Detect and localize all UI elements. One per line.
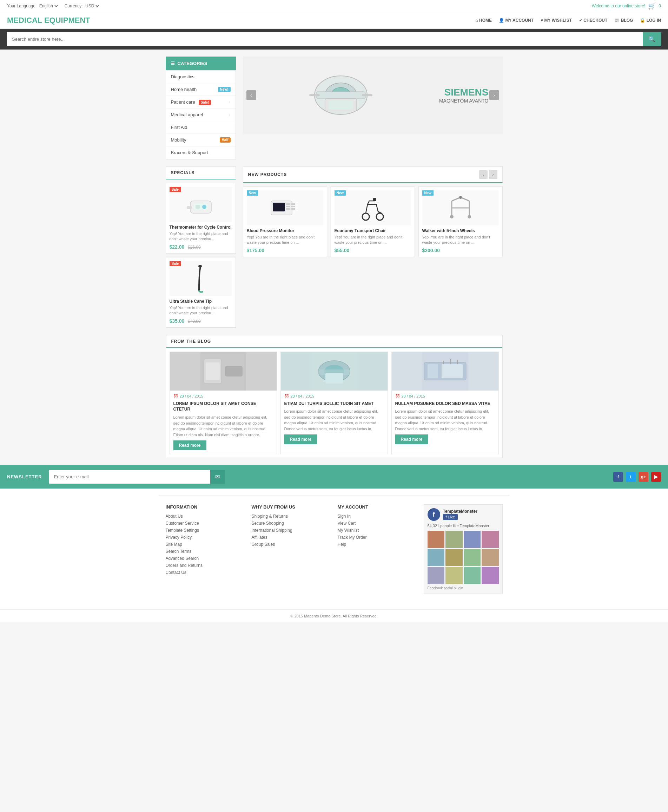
blog-post-2-excerpt: Lorem ipsum dolor sit amet conse ctetur …	[284, 409, 384, 432]
svg-rect-35	[206, 362, 220, 380]
twitter-icon[interactable]: t	[626, 472, 636, 482]
footer-information-title: INFORMATION	[166, 504, 245, 510]
footer-link-shipping[interactable]: Shipping & Returns	[252, 514, 331, 519]
svg-rect-45	[442, 364, 463, 378]
sidebar-item-medicalapparel[interactable]: Medical apparel ›	[166, 109, 235, 121]
bp-monitor-illustration	[269, 196, 301, 220]
blog-post-1-read-more[interactable]: Read more	[174, 440, 206, 450]
fb-page-name[interactable]: TemplateMonster	[443, 509, 478, 514]
search-input[interactable]	[7, 32, 643, 46]
fb-photo-11	[464, 567, 481, 584]
nav-login[interactable]: 🔒 LOG IN	[640, 18, 661, 23]
newsletter-submit-button[interactable]: ✉	[210, 470, 225, 484]
new-product-1: New Blood Pressure Monitor Yep! You are …	[243, 186, 327, 257]
sidebar-item-mobility[interactable]: Mobility Half	[166, 134, 235, 146]
currency-dropdown[interactable]: USD	[84, 3, 100, 9]
blog-post-3-read-more[interactable]: Read more	[395, 434, 428, 444]
footer-link-customer-service[interactable]: Customer Service	[166, 521, 245, 526]
footer-why-buy-title: WHY BUY FROM US	[252, 504, 331, 510]
newsletter-email-input[interactable]	[49, 470, 210, 484]
footer-my-account-title: MY ACCOUNT	[338, 504, 417, 510]
specials-section: SPECIALS Sale Thermometer for Cycle Cont…	[166, 166, 236, 328]
special-product-2-name: Ultra Stable Cane Tip	[170, 299, 232, 304]
sidebar-item-bracers[interactable]: Bracers & Support	[166, 146, 235, 159]
svg-line-28	[452, 198, 461, 201]
fb-widget-info: TemplateMonster f Like	[443, 509, 478, 520]
search-bar: 🔍	[0, 29, 668, 50]
slider-next-button[interactable]: ›	[489, 90, 499, 100]
special-product-2-image[interactable]: Sale	[170, 261, 232, 296]
footer-link-track-order[interactable]: Track My Order	[338, 535, 417, 540]
fb-photo-2	[446, 531, 463, 548]
new-products-grid: New Blood Pressure Monitor Yep! You are …	[243, 186, 503, 257]
newsletter-bar: NEWSLETTER ✉ f t g+ ▶	[0, 465, 668, 489]
mri-machine-illustration	[306, 69, 376, 122]
fb-photo-9	[428, 567, 445, 584]
footer-link-privacy[interactable]: Privacy Policy	[166, 535, 245, 540]
nav-blog[interactable]: 📰 BLOG	[614, 18, 633, 23]
sidebar-item-homehealth[interactable]: Home health New!	[166, 83, 235, 96]
nav-checkout[interactable]: ✓ CHECKOUT	[579, 18, 607, 23]
slider-prev-button[interactable]: ‹	[246, 90, 256, 100]
currency-selector[interactable]: Currency: USD	[65, 3, 100, 9]
svg-rect-44	[428, 364, 438, 378]
blog-post-1-title: LOREM IPSUM DOLOR SIT AMET CONSE CTETUR	[174, 401, 273, 413]
svg-rect-10	[195, 205, 200, 209]
svg-point-23	[376, 213, 383, 220]
language-dropdown[interactable]: English	[38, 3, 59, 9]
new-product-3-image[interactable]: New	[422, 190, 499, 226]
new-products-next-button[interactable]: ›	[489, 170, 498, 179]
youtube-icon[interactable]: ▶	[651, 472, 661, 482]
footer-link-sitemap[interactable]: Site Map	[166, 542, 245, 547]
special-product-1-image[interactable]: Sale	[170, 187, 232, 222]
footer-link-view-cart[interactable]: View Cart	[338, 521, 417, 526]
blog-post-1-excerpt: Lorem ipsum dolor sit amet conse ctetur …	[174, 414, 273, 438]
logo[interactable]: MEDICAL EQUIPMENT	[7, 16, 90, 25]
fb-photo-6	[446, 549, 463, 566]
footer-link-contact[interactable]: Contact Us	[166, 570, 245, 575]
facebook-icon[interactable]: f	[613, 472, 623, 482]
footer-information: INFORMATION About Us Customer Service Te…	[166, 504, 245, 594]
nav-account[interactable]: 👤 MY ACCOUNT	[499, 18, 534, 23]
slider-content: SIEMENS MAGNETOM AVANTO	[243, 57, 503, 134]
footer-link-orders-returns[interactable]: Orders and Returns	[166, 563, 245, 568]
footer-link-wishlist[interactable]: My Wishlist	[338, 528, 417, 533]
footer-link-advanced-search[interactable]: Advanced Search	[166, 556, 245, 561]
svg-rect-17	[286, 206, 290, 207]
blog-post-2-read-more[interactable]: Read more	[284, 434, 317, 444]
cart-icon[interactable]: 🛒	[648, 2, 656, 10]
footer-link-group-sales[interactable]: Group Sales	[252, 542, 331, 547]
fb-like-button[interactable]: f Like	[443, 514, 458, 520]
googleplus-icon[interactable]: g+	[638, 472, 648, 482]
cane-illustration	[190, 263, 211, 294]
search-button[interactable]: 🔍	[643, 32, 661, 46]
footer-link-sign-in[interactable]: Sign In	[338, 514, 417, 519]
new-product-2-desc: Yep! You are in the right place and don'…	[334, 234, 411, 246]
sale-badge: Sale	[170, 261, 181, 266]
footer-link-help[interactable]: Help	[338, 542, 417, 547]
nav-wishlist[interactable]: ♥ MY WISHLIST	[541, 18, 572, 23]
sidebar-item-patientcare[interactable]: Patient care Sale! ›	[166, 96, 235, 109]
new-product-2-image[interactable]: New	[334, 190, 411, 226]
footer-link-search-terms[interactable]: Search Terms	[166, 549, 245, 554]
footer-link-secure-shopping[interactable]: Secure Shopping	[252, 521, 331, 526]
new-product-3-name: Walker with 5-Inch Wheels	[422, 228, 499, 233]
sidebar-item-diagnostics[interactable]: Diagnostics	[166, 70, 235, 83]
footer-link-about[interactable]: About Us	[166, 514, 245, 519]
fb-count-text: 64,021 people like TemplateMonster	[428, 524, 499, 528]
nav-home[interactable]: ⌂ HOME	[475, 18, 492, 23]
sidebar-item-firstaid[interactable]: First Aid	[166, 121, 235, 134]
fb-photo-5	[428, 549, 445, 566]
fb-photo-8	[482, 549, 499, 566]
special-product-2-desc: Yep! You are in the right place and don'…	[170, 305, 232, 316]
language-selector[interactable]: Your Language: English	[7, 3, 59, 9]
blog-post-1-body: ⏰ 20 / 04 / 2015 LOREM IPSUM DOLOR SIT A…	[170, 390, 277, 454]
footer-link-international-shipping[interactable]: International Shipping	[252, 528, 331, 533]
footer-link-affiliates[interactable]: Affiliates	[252, 535, 331, 540]
search-icon: 🔍	[648, 36, 655, 42]
new-product-1-image[interactable]: New	[247, 190, 323, 226]
top-bar-right: Welcome to our online store! 🛒 0	[592, 2, 661, 10]
cart-count: 0	[658, 3, 661, 8]
new-products-prev-button[interactable]: ‹	[479, 170, 488, 179]
footer-link-template-settings[interactable]: Template Settings	[166, 528, 245, 533]
